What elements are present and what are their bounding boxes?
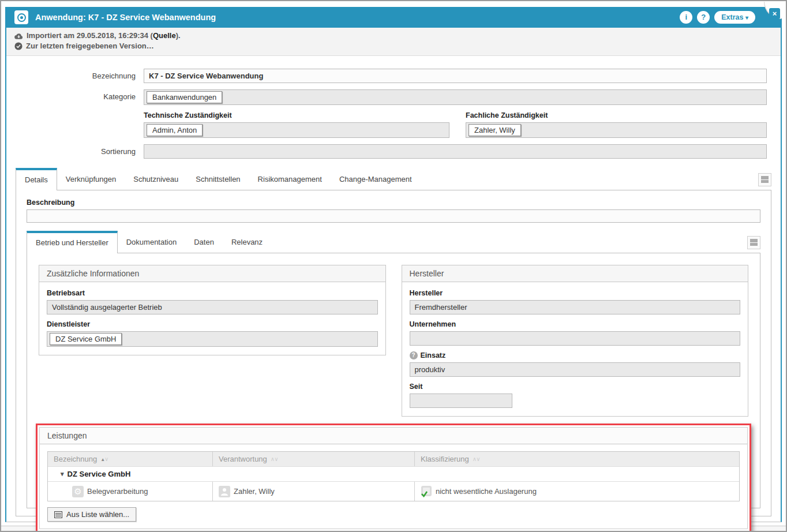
application-window: Anwendung: K7 - DZ Service Webanwendung …	[0, 0, 787, 532]
row-bezeichnung: Belegverarbeitung	[87, 487, 148, 496]
betriebsart-label: Betriebsart	[47, 289, 378, 297]
leistungen-panel: Leistungen Bezeichnung ▲∨ Verantwortung …	[39, 427, 748, 529]
list-icon	[54, 511, 62, 518]
dienstleister-field[interactable]: DZ Service GmbH	[47, 331, 378, 347]
sortierung-input[interactable]	[144, 144, 767, 159]
bezeichnung-label: Bezeichnung	[13, 69, 144, 80]
check-circle-icon	[14, 42, 23, 50]
row-klassifizierung: nicht wesentliche Auslagerung	[436, 487, 537, 496]
button-label: Aus Liste wählen...	[66, 510, 129, 519]
tab-details[interactable]: Details	[16, 168, 57, 190]
subtab-relevanz[interactable]: Relevanz	[223, 231, 271, 253]
column-header-bezeichnung[interactable]: Bezeichnung ▲∨	[48, 452, 212, 466]
group-label: DZ Service GmbH	[68, 470, 131, 478]
zusatz-panel-title: Zusätzliche Informationen	[39, 265, 385, 282]
aus-liste-waehlen-button[interactable]: Aus Liste wählen...	[47, 507, 136, 522]
kategorie-field[interactable]: Bankanwendungen	[144, 89, 767, 105]
panel-toggle-icon[interactable]	[747, 236, 760, 249]
beschreibung-label: Beschreibung	[27, 198, 760, 207]
dialog-title: Anwendung: K7 - DZ Service Webanwendung	[35, 13, 216, 22]
application-form: Bezeichnung K7 - DZ Service Webanwendung…	[6, 56, 781, 159]
anwendung-dialog: Anwendung: K7 - DZ Service Webanwendung …	[5, 7, 782, 522]
titlebar-actions: i ? Extras ▾	[680, 11, 773, 24]
einsatz-label: Einsatz	[421, 351, 446, 359]
dienstleister-chip[interactable]: DZ Service GmbH	[50, 333, 122, 345]
tab-schutzniveau[interactable]: Schutzniveau	[125, 168, 187, 190]
sort-icon: ∧∨	[271, 456, 278, 462]
person-icon	[219, 486, 230, 497]
bezeichnung-input[interactable]: K7 - DZ Service Webanwendung	[144, 69, 767, 83]
dienstleister-label: Dienstleister	[47, 320, 378, 328]
fachlich-chip[interactable]: Zahler, Willy	[469, 124, 521, 136]
import-info-bar: Importiert am 29.05.2018, 16:29:34 (Quel…	[6, 28, 781, 56]
hersteller-input[interactable]: Fremdhersteller	[410, 300, 741, 314]
hersteller-panel: Hersteller Hersteller Fremdhersteller Un…	[402, 265, 749, 417]
leistungen-panel-title: Leistungen	[40, 428, 747, 444]
leistungen-table-header: Bezeichnung ▲∨ Verantwortung ∧∨ Klassifi…	[48, 452, 739, 466]
quelle-link[interactable]: Quelle	[153, 31, 176, 40]
row-verantwortung: Zahler, Willy	[234, 487, 275, 496]
last-version-text: Zur letzten freigegebenen Version…	[26, 41, 154, 51]
column-header-klassifizierung[interactable]: Klassifizierung ∧∨	[414, 452, 739, 466]
column-header-verantwortung[interactable]: Verantwortung ∧∨	[212, 452, 414, 466]
help-circle-icon[interactable]: ?	[410, 351, 418, 359]
cloud-download-icon	[14, 32, 23, 40]
classification-check-icon	[421, 486, 432, 497]
tab-verknuepfungen[interactable]: Verknüpfungen	[57, 168, 125, 190]
hersteller-label: Hersteller	[410, 289, 741, 297]
table-row[interactable]: ⚙ Belegverarbeitung Zahler, Willy	[48, 481, 739, 501]
einsatz-input[interactable]: produktiv	[410, 362, 741, 377]
leistungen-table: Bezeichnung ▲∨ Verantwortung ∧∨ Klassifi…	[47, 451, 740, 501]
technisch-chip[interactable]: Admin, Anton	[147, 124, 203, 136]
title-bar: Anwendung: K7 - DZ Service Webanwendung …	[6, 7, 781, 28]
info-button[interactable]: i	[680, 11, 692, 24]
subtab-daten[interactable]: Daten	[185, 231, 223, 253]
sortierung-label: Sortierung	[13, 144, 144, 156]
seit-input[interactable]	[410, 394, 512, 408]
chevron-down-icon: ▾	[745, 14, 748, 21]
extras-label: Extras	[721, 13, 743, 21]
service-gear-icon: ⚙	[72, 486, 84, 497]
details-tab-panel: Beschreibung Betrieb und Hersteller Doku…	[16, 190, 771, 516]
leistungen-highlight-frame: Leistungen Bezeichnung ▲∨ Verantwortung …	[36, 424, 751, 532]
technische-zustaendigkeit-label: Technische Zuständigkeit	[144, 111, 449, 119]
main-tab-bar: Details Verknüpfungen Schutzniveau Schni…	[16, 168, 771, 190]
hersteller-panel-title: Hersteller	[402, 265, 748, 282]
import-text: Importiert am 29.05.2018, 16:29:34 (Quel…	[27, 31, 181, 41]
einsatz-label-row: ? Einsatz	[410, 351, 741, 359]
zusaetzliche-informationen-panel: Zusätzliche Informationen Betriebsart Vo…	[39, 265, 386, 355]
kategorie-chip[interactable]: Bankanwendungen	[147, 91, 222, 103]
unternehmen-label: Unternehmen	[410, 320, 741, 328]
import-info-line[interactable]: Importiert am 29.05.2018, 16:29:34 (Quel…	[14, 31, 773, 41]
last-version-link[interactable]: Zur letzten freigegebenen Version…	[14, 41, 773, 51]
unternehmen-input[interactable]	[410, 331, 741, 346]
collapse-triangle-icon: ▾	[61, 470, 64, 478]
seit-label: Seit	[410, 383, 741, 391]
tab-change-management[interactable]: Change-Management	[331, 168, 421, 190]
technische-zustaendigkeit-field[interactable]: Admin, Anton	[144, 122, 449, 138]
tab-risikomanagement[interactable]: Risikomanagement	[249, 168, 331, 190]
sub-tab-bar: Betrieb und Hersteller Dokumentation Dat…	[27, 231, 760, 253]
table-group-row[interactable]: ▾ DZ Service GmbH	[48, 466, 739, 481]
extras-menu-button[interactable]: Extras ▾	[714, 11, 755, 24]
close-button[interactable]: ×	[769, 8, 780, 19]
kategorie-label: Kategorie	[13, 89, 144, 101]
application-icon	[14, 10, 28, 24]
betrieb-und-hersteller-panel: Zusätzliche Informationen Betriebsart Vo…	[27, 253, 760, 508]
tab-schnittstellen[interactable]: Schnittstellen	[187, 168, 249, 190]
subtab-dokumentation[interactable]: Dokumentation	[118, 231, 185, 253]
panel-toggle-icon[interactable]	[758, 173, 771, 186]
help-button[interactable]: ?	[697, 11, 710, 24]
fachliche-zustaendigkeit-label: Fachliche Zuständigkeit	[466, 111, 767, 119]
betriebsart-input[interactable]: Vollständig ausgelagerter Betrieb	[47, 300, 378, 314]
subtab-betrieb-und-hersteller[interactable]: Betrieb und Hersteller	[27, 231, 118, 253]
sort-icon: ∧∨	[473, 456, 480, 462]
fachliche-zustaendigkeit-field[interactable]: Zahler, Willy	[466, 122, 767, 138]
beschreibung-input[interactable]	[27, 209, 760, 223]
sort-icon: ▲∨	[100, 456, 108, 462]
